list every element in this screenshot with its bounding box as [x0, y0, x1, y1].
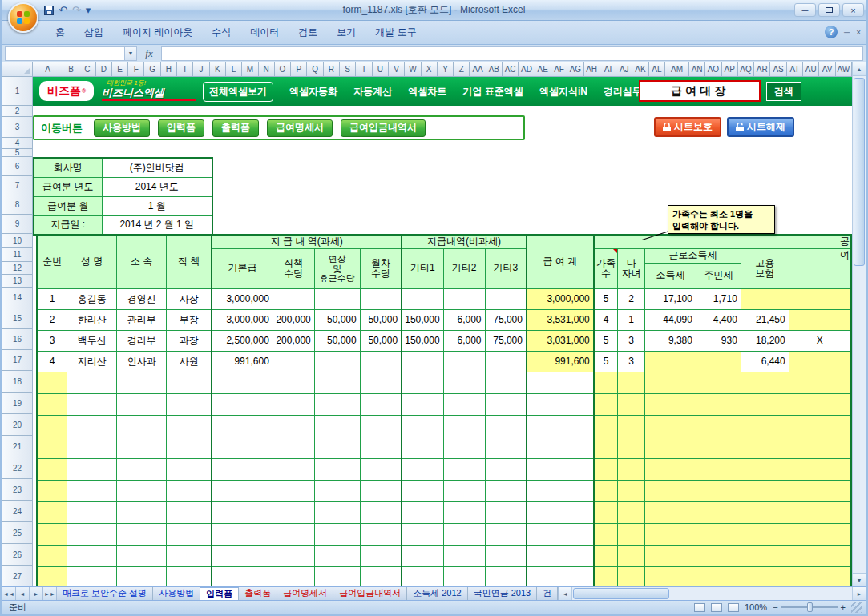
empty-cell-r6-c10[interactable] — [485, 480, 527, 501]
row-header-25[interactable]: 25 — [2, 522, 33, 544]
banner-menu-item-2[interactable]: 자동계산 — [353, 85, 392, 99]
row-header-27[interactable]: 27 — [2, 566, 33, 586]
cell-r4-c10[interactable] — [485, 351, 527, 372]
zoom-out-icon[interactable]: − — [773, 602, 777, 612]
zoom-in-icon[interactable]: + — [841, 602, 846, 612]
empty-cell-r2-c15[interactable] — [696, 393, 741, 415]
section-deduction[interactable]: 공 — [594, 235, 851, 248]
cell-r2-c13[interactable]: 1 — [618, 309, 645, 330]
column-header-AW[interactable]: AW — [836, 62, 852, 77]
empty-cell-r2-c5[interactable] — [273, 393, 314, 415]
row-header-5[interactable]: 5 — [2, 149, 33, 157]
nav-button-3[interactable]: 급여명세서 — [267, 119, 333, 137]
row-header-20[interactable]: 20 — [2, 414, 33, 436]
empty-cell-r4-c6[interactable] — [314, 437, 360, 458]
column-header-B[interactable]: B — [63, 62, 79, 77]
ribbon-tab-5[interactable]: 검토 — [289, 22, 327, 44]
column-header-AR[interactable]: AR — [754, 62, 770, 77]
info-label-month[interactable]: 급여분 월 — [34, 196, 102, 215]
empty-cell-r8-c8[interactable] — [402, 523, 443, 545]
cell-r4-c3[interactable]: 사원 — [167, 351, 212, 372]
empty-cell-r8-c4[interactable] — [212, 523, 273, 545]
empty-cell-r5-c9[interactable] — [443, 458, 485, 480]
cell-r1-c10[interactable] — [485, 288, 527, 309]
empty-cell-r9-c1[interactable] — [67, 545, 117, 566]
cell-r4-c5[interactable] — [273, 351, 314, 372]
empty-cell-r6-c3[interactable] — [167, 480, 212, 501]
empty-cell-r6-c4[interactable] — [212, 480, 273, 501]
undo-icon[interactable]: ↶ — [59, 4, 67, 17]
row-header-23[interactable]: 23 — [2, 479, 33, 501]
cell-r1-c15[interactable]: 1,710 — [696, 288, 741, 309]
column-header-I[interactable]: I — [177, 62, 193, 77]
cell-r1-c12[interactable]: 5 — [594, 288, 618, 309]
banner-menu-item-6[interactable]: 경리실무 — [604, 85, 642, 99]
empty-cell-r4-c11[interactable] — [527, 437, 594, 458]
empty-cell-r3-c8[interactable] — [402, 415, 443, 437]
empty-cell-r9-c16[interactable] — [741, 545, 789, 566]
cell-r1-c13[interactable]: 2 — [618, 288, 645, 309]
column-header-X[interactable]: X — [422, 62, 438, 77]
cell-r1-c14[interactable]: 17,100 — [645, 288, 696, 309]
cell-r4-c2[interactable]: 인사과 — [117, 351, 167, 372]
header-seq[interactable]: 순번 — [37, 235, 67, 288]
help-icon[interactable]: ? — [825, 26, 838, 38]
maximize-button[interactable] — [818, 3, 840, 17]
header-name[interactable]: 성 명 — [67, 235, 117, 288]
empty-cell-r7-c17[interactable] — [789, 501, 851, 523]
empty-cell-r10-c6[interactable] — [314, 566, 360, 586]
scroll-right-icon[interactable]: ► — [852, 587, 866, 600]
empty-cell-r3-c3[interactable] — [167, 415, 212, 437]
sheet-tab-2[interactable]: 입력폼 — [200, 587, 239, 600]
row-header-7[interactable]: 7 — [2, 176, 33, 195]
ribbon-tab-2[interactable]: 페이지 레이아웃 — [113, 22, 202, 44]
empty-cell-r1-c10[interactable] — [485, 372, 527, 393]
empty-cell-r2-c14[interactable] — [645, 393, 696, 415]
empty-cell-r2-c16[interactable] — [741, 393, 789, 415]
header-employment-insurance[interactable]: 고용 보험 — [741, 248, 789, 288]
empty-cell-r3-c4[interactable] — [212, 415, 273, 437]
select-all-corner[interactable] — [2, 62, 33, 77]
cell-r1-c6[interactable] — [314, 288, 360, 309]
empty-cell-r7-c10[interactable] — [485, 501, 527, 523]
cell-r3-c16[interactable]: 18,200 — [741, 330, 789, 351]
column-header-AS[interactable]: AS — [770, 62, 786, 77]
empty-cell-r6-c1[interactable] — [67, 480, 117, 501]
row-header-24[interactable]: 24 — [2, 501, 33, 522]
cell-r4-c6[interactable] — [314, 351, 360, 372]
empty-cell-r9-c17[interactable] — [789, 545, 851, 566]
column-header-E[interactable]: E — [112, 62, 128, 77]
column-header-S[interactable]: S — [340, 62, 356, 77]
cell-r1-c2[interactable]: 경영진 — [117, 288, 167, 309]
row-header-6[interactable]: 6 — [2, 157, 33, 176]
cell-r3-c1[interactable]: 백두산 — [67, 330, 117, 351]
column-header-AJ[interactable]: AJ — [616, 62, 632, 77]
info-value-year[interactable]: 2014 년도 — [102, 177, 212, 196]
sheet-protect-button[interactable]: 시트보호 — [654, 117, 721, 137]
row-header-3[interactable]: 3 — [2, 117, 33, 138]
redo-icon[interactable]: ↷ — [72, 4, 81, 17]
column-header-AQ[interactable]: AQ — [738, 62, 754, 77]
cell-r1-c16[interactable] — [741, 288, 789, 309]
empty-cell-r6-c2[interactable] — [117, 480, 167, 501]
empty-cell-r7-c11[interactable] — [527, 501, 594, 523]
column-header-AV[interactable]: AV — [819, 62, 835, 77]
empty-cell-r3-c15[interactable] — [696, 415, 741, 437]
ribbon-tab-3[interactable]: 수식 — [202, 22, 240, 44]
column-header-W[interactable]: W — [405, 62, 421, 77]
cell-r1-c9[interactable] — [443, 288, 485, 309]
empty-cell-r2-c3[interactable] — [167, 393, 212, 415]
cell-r4-c9[interactable] — [443, 351, 485, 372]
empty-cell-r5-c6[interactable] — [314, 458, 360, 480]
cell-r2-c17[interactable] — [789, 309, 851, 330]
info-value-company[interactable]: (주)인비닷컴 — [102, 158, 212, 177]
empty-cell-r5-c17[interactable] — [789, 458, 851, 480]
header-income-tax-group[interactable]: 근로소득세 — [645, 248, 741, 263]
empty-cell-r2-c4[interactable] — [212, 393, 273, 415]
empty-cell-r10-c2[interactable] — [117, 566, 167, 586]
column-header-J[interactable]: J — [193, 62, 209, 77]
empty-cell-r4-c1[interactable] — [67, 437, 117, 458]
empty-cell-r3-c9[interactable] — [443, 415, 485, 437]
empty-cell-r8-c2[interactable] — [117, 523, 167, 545]
row-header-16[interactable]: 16 — [2, 329, 33, 350]
